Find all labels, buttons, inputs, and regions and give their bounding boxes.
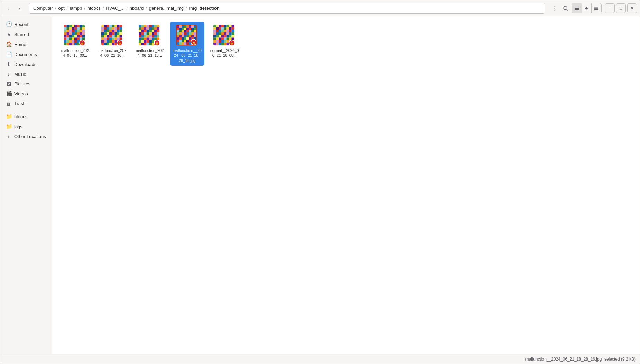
svg-rect-211 <box>179 28 182 30</box>
svg-rect-267 <box>216 25 219 27</box>
more-options-button[interactable]: ⋮ <box>549 3 560 13</box>
svg-rect-150 <box>149 27 152 30</box>
svg-rect-35 <box>67 32 70 35</box>
svg-rect-17 <box>82 25 85 27</box>
close-button[interactable]: ✕ <box>627 3 637 13</box>
sidebar-item-videos[interactable]: 🎬Videos <box>2 89 51 99</box>
file-item-file3[interactable]: 🔒malfunction_2024_06_21_18... <box>132 22 167 66</box>
back-button[interactable]: ‹ <box>3 3 13 13</box>
svg-rect-76 <box>107 25 109 27</box>
sidebar-item-label-documents: Documents <box>14 52 37 57</box>
breadcrumb-separator: / <box>84 6 85 11</box>
breadcrumb-item-general[interactable]: genera...mal_img <box>148 5 185 11</box>
svg-rect-207 <box>189 25 191 28</box>
sidebar-item-other-locations[interactable]: +Other Locations <box>2 132 51 141</box>
svg-rect-277 <box>221 27 224 30</box>
svg-rect-245 <box>184 37 186 40</box>
svg-rect-254 <box>186 40 189 42</box>
svg-rect-61 <box>72 40 75 43</box>
sidebar-item-htdocs[interactable]: 📁htdocs <box>2 112 51 121</box>
svg-rect-220 <box>182 30 184 32</box>
svg-rect-62 <box>74 40 77 43</box>
svg-rect-90 <box>101 30 104 32</box>
svg-rect-173 <box>147 35 149 38</box>
svg-rect-156 <box>144 30 147 32</box>
svg-rect-83 <box>104 27 107 30</box>
svg-rect-88 <box>117 27 120 30</box>
breadcrumb-separator: / <box>55 6 56 11</box>
sidebar-item-label-videos: Videos <box>14 91 28 96</box>
svg-rect-148 <box>144 27 147 30</box>
breadcrumb-item-lampp[interactable]: lampp <box>68 5 83 11</box>
breadcrumb-item-opt[interactable]: opt <box>57 5 66 11</box>
forward-button[interactable]: › <box>14 3 25 13</box>
svg-rect-14 <box>74 25 77 27</box>
file-item-file1[interactable]: 🔒malfunction_2024_06_18_00... <box>58 22 92 66</box>
svg-rect-105 <box>120 32 122 35</box>
svg-rect-195 <box>141 43 144 46</box>
file-image-file5: 🔒 <box>213 25 234 45</box>
sidebar-item-documents[interactable]: 📄Documents <box>2 49 51 59</box>
maximize-button[interactable]: □ <box>616 3 626 13</box>
svg-rect-177 <box>157 35 160 38</box>
sort-button[interactable] <box>582 3 591 13</box>
sidebar-item-music[interactable]: ♪Music <box>2 69 51 79</box>
toolbar: ‹ › Computer/opt/lampp/htdocs/HVAC_.../h… <box>0 0 640 16</box>
svg-rect-99 <box>104 32 107 35</box>
svg-rect-169 <box>157 32 160 35</box>
svg-rect-164 <box>144 32 147 35</box>
file-item-file2[interactable]: 🔒malfunction_2024_06_21_16... <box>95 22 130 66</box>
menu-button[interactable] <box>592 3 601 13</box>
svg-rect-104 <box>117 32 120 35</box>
breadcrumb-item-computer[interactable]: Computer <box>32 5 54 11</box>
search-button[interactable] <box>560 3 571 13</box>
sidebar: 🕐Recent★Starred🏠Home📄Documents⬇Downloads… <box>0 16 52 354</box>
breadcrumb-item-hvac[interactable]: HVAC_... <box>104 5 126 11</box>
svg-rect-89 <box>120 27 122 30</box>
svg-rect-4 <box>575 9 579 10</box>
svg-rect-241 <box>194 35 196 37</box>
toolbar-actions: ⋮ <box>549 3 637 13</box>
minimize-button[interactable]: − <box>605 3 615 13</box>
svg-rect-25 <box>82 27 85 30</box>
svg-rect-213 <box>184 28 186 30</box>
list-view-button[interactable] <box>572 3 582 13</box>
file-item-file5[interactable]: 🔒normal__2024_06_21_18_08... <box>207 22 242 66</box>
svg-rect-9 <box>594 9 598 10</box>
svg-rect-308 <box>219 38 221 40</box>
breadcrumb-item-img_detection[interactable]: img_detection <box>188 5 221 11</box>
svg-rect-42 <box>64 35 67 38</box>
recent-icon: 🕐 <box>6 21 11 27</box>
svg-rect-261 <box>184 42 186 45</box>
svg-rect-24 <box>80 27 82 30</box>
svg-rect-287 <box>227 30 229 32</box>
breadcrumb: Computer/opt/lampp/htdocs/HVAC_.../hboar… <box>29 3 545 14</box>
svg-rect-242 <box>177 37 179 40</box>
svg-rect-244 <box>182 37 184 40</box>
breadcrumb-item-htdocs[interactable]: htdocs <box>86 5 102 11</box>
svg-rect-275 <box>216 27 219 30</box>
sidebar-item-logs[interactable]: 📁logs <box>2 122 51 131</box>
svg-rect-208 <box>191 25 194 28</box>
svg-rect-15 <box>77 25 80 27</box>
svg-rect-316 <box>219 40 221 43</box>
svg-rect-144 <box>154 25 157 27</box>
svg-rect-166 <box>149 32 152 35</box>
file-image-file1: 🔒 <box>64 25 85 45</box>
sidebar-item-pictures[interactable]: 🖼Pictures <box>2 79 51 88</box>
sidebar-item-recent[interactable]: 🕐Recent <box>2 19 51 29</box>
breadcrumb-item-hboard[interactable]: hboard <box>128 5 145 11</box>
sidebar-item-label-starred: Starred <box>14 32 29 37</box>
svg-rect-154 <box>139 30 141 32</box>
svg-rect-311 <box>227 38 229 40</box>
sidebar-item-home[interactable]: 🏠Home <box>2 39 51 49</box>
sidebar-item-label-pictures: Pictures <box>14 81 30 86</box>
svg-rect-142 <box>149 25 152 27</box>
sidebar-item-trash[interactable]: 🗑Trash <box>2 99 51 108</box>
sidebar-item-downloads[interactable]: ⬇Downloads <box>2 59 51 69</box>
sidebar-item-starred[interactable]: ★Starred <box>2 29 51 39</box>
sidebar-item-label-trash: Trash <box>14 101 26 106</box>
videos-icon: 🎬 <box>6 91 11 97</box>
sort-icon <box>584 6 589 11</box>
file-item-file4[interactable]: 🔒malfunctio n__2024_ 06_21_18_ 28_16.jpg <box>170 22 204 66</box>
